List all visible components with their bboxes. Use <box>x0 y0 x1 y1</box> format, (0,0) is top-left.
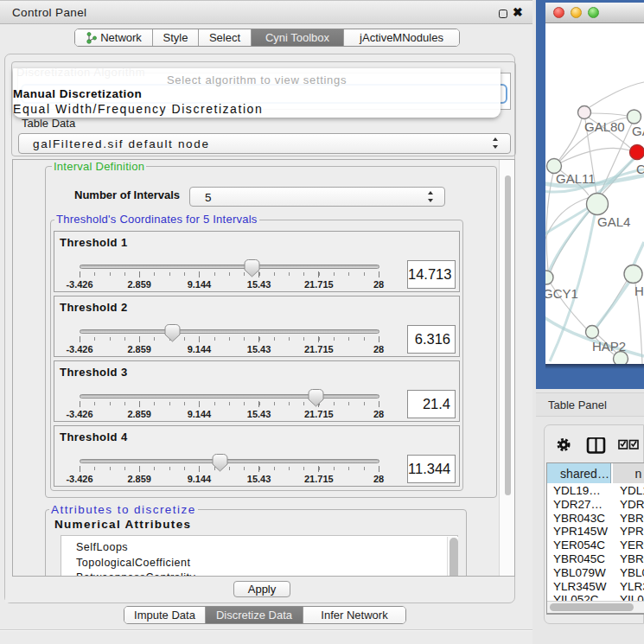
svg-text:GCY1: GCY1 <box>545 286 578 301</box>
svg-text:H: H <box>634 284 644 298</box>
svg-text:GAL11: GAL11 <box>556 171 596 186</box>
svg-text:GA: GA <box>632 124 644 138</box>
svg-text:HAP2: HAP2 <box>592 339 626 354</box>
svg-text:GAL80: GAL80 <box>584 119 625 134</box>
svg-text:C: C <box>636 162 644 176</box>
svg-text:GAL4: GAL4 <box>597 214 630 229</box>
